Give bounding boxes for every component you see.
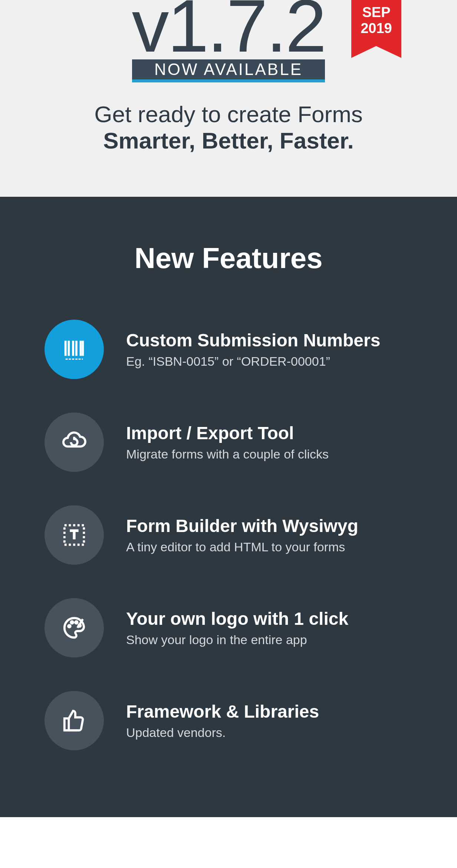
feature-desc: Eg. “ISBN-0015” or “ORDER-00001” — [126, 354, 380, 369]
feature-title: Import / Export Tool — [126, 423, 329, 443]
hero-header: SEP 2019 v1.7.2 NOW AVAILABLE Get ready … — [0, 0, 457, 197]
feature-item: Framework & Libraries Updated vendors. — [45, 691, 412, 750]
feature-item: Form Builder with Wysiwyg A tiny editor … — [45, 505, 412, 565]
feature-title: Custom Submission Numbers — [126, 330, 380, 350]
feature-desc: Updated vendors. — [126, 725, 319, 740]
feature-body: Custom Submission Numbers Eg. “ISBN-0015… — [126, 330, 380, 369]
palette-icon — [45, 598, 104, 657]
ribbon-year: 2019 — [351, 20, 401, 36]
feature-desc: Show your logo in the entire app — [126, 633, 348, 647]
barcode-icon — [45, 320, 104, 379]
feature-item: Custom Submission Numbers Eg. “ISBN-0015… — [45, 320, 412, 379]
svg-point-10 — [75, 621, 78, 624]
feature-body: Form Builder with Wysiwyg A tiny editor … — [126, 516, 358, 554]
availability-badge: NOW AVAILABLE — [132, 59, 325, 82]
feature-item: Your own logo with 1 click Show your log… — [45, 598, 412, 657]
cloud-sync-icon — [45, 412, 104, 472]
thumbs-up-icon — [45, 691, 104, 750]
feature-body: Import / Export Tool Migrate forms with … — [126, 423, 329, 461]
feature-title: Form Builder with Wysiwyg — [126, 516, 358, 536]
feature-desc: Migrate forms with a couple of clicks — [126, 447, 329, 461]
tagline-line-1: Get ready to create Forms — [94, 101, 363, 127]
section-title: New Features — [45, 241, 412, 275]
feature-item: Import / Export Tool Migrate forms with … — [45, 412, 412, 472]
feature-title: Your own logo with 1 click — [126, 608, 348, 629]
feature-body: Framework & Libraries Updated vendors. — [126, 701, 319, 740]
date-ribbon: SEP 2019 — [351, 0, 401, 46]
ribbon-month: SEP — [351, 4, 401, 20]
feature-desc: A tiny editor to add HTML to your forms — [126, 540, 358, 554]
text-box-icon — [45, 505, 104, 565]
svg-point-9 — [71, 621, 73, 624]
tagline-line-2: Smarter, Better, Faster. — [103, 128, 354, 153]
features-section: New Features Custom Submission Numbers E… — [0, 197, 457, 817]
tagline: Get ready to create Forms Smarter, Bette… — [0, 101, 457, 154]
version-number: v1.7.2 — [132, 0, 325, 63]
svg-point-8 — [68, 625, 70, 627]
feature-title: Framework & Libraries — [126, 701, 319, 722]
feature-body: Your own logo with 1 click Show your log… — [126, 608, 348, 647]
